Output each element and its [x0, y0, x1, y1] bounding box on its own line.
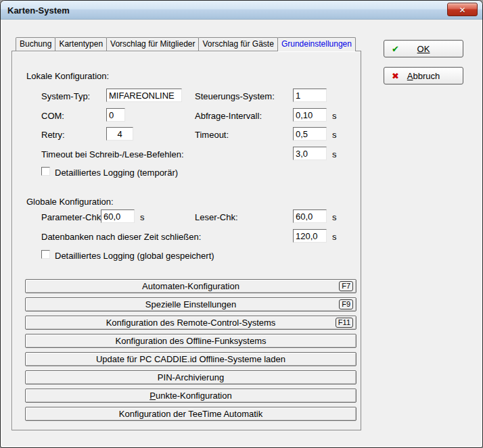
pin-archivierung-button[interactable]: PIN-Archivierung: [25, 370, 356, 384]
abfrage-intervall-unit: s: [332, 111, 337, 121]
tab-vorschlag-gaeste[interactable]: Vorschlag für Gäste: [198, 37, 277, 51]
logging-global-label: Detailliertes Logging (global gespeicher…: [55, 251, 214, 261]
window-title: Karten-System: [7, 5, 70, 16]
logging-temporaer-checkbox[interactable]: [41, 167, 50, 176]
close-icon: ✕: [459, 5, 465, 15]
ok-button[interactable]: ✔ OK: [384, 40, 463, 57]
leser-chk-label: Leser-Chk:: [195, 212, 238, 222]
spezielle-einstellungen-button[interactable]: Spezielle EinstellungenF9: [25, 297, 356, 312]
title-bar[interactable]: Karten-System ✕: [1, 1, 482, 20]
timeout-unit: s: [332, 130, 337, 140]
logging-temporaer-label: Detailliertes Logging (temporär): [55, 168, 178, 178]
tab-grundeinstellungen[interactable]: Grundeinstellungen: [277, 37, 356, 51]
button-label-underline: P: [150, 391, 156, 401]
tab-vorschlag-mitglieder[interactable]: Vorschlag für Mitglieder: [106, 37, 199, 51]
fkey-f9-badge: F9: [339, 299, 353, 309]
system-typ-label: System-Typ:: [41, 91, 90, 101]
section-heading-lokale-konfiguration: Lokale Konfiguration:: [26, 71, 109, 81]
fkey-f11-badge: F11: [336, 318, 353, 328]
button-label: Konfiguration der TeeTime Automatik: [119, 409, 262, 419]
timeout-schreib-lese-label: Timeout bei Schreib-/Lese-Befehlen:: [41, 149, 184, 159]
button-label: Update für PC CADDIE.id Offline-Systeme …: [96, 354, 285, 364]
tab-kartentypen[interactable]: Kartentypen: [55, 37, 107, 51]
timeout-input[interactable]: [293, 127, 327, 141]
punkte-konfiguration-button[interactable]: Punkte-Konfiguration: [25, 389, 356, 403]
abbruch-button[interactable]: ✖ Abbruch: [384, 67, 463, 84]
close-button[interactable]: ✕: [447, 3, 478, 16]
datenbanken-schliessen-input[interactable]: [293, 229, 327, 243]
fkey-f7-badge: F7: [339, 281, 353, 291]
steuerungs-system-input[interactable]: [293, 89, 327, 102]
com-label: COM:: [41, 111, 64, 121]
remote-control-konfiguration-button[interactable]: Konfiguration des Remote-Control-Systems…: [25, 316, 356, 330]
datenbanken-schliessen-unit: s: [332, 232, 337, 242]
parameter-chk-unit: s: [140, 212, 145, 222]
button-label: Spezielle Einstellungen: [145, 299, 236, 309]
tab-strip: Buchung Kartentypen Vorschlag für Mitgli…: [16, 37, 355, 51]
ok-button-label: OK: [384, 44, 463, 54]
timeout-schreib-lese-unit: s: [332, 149, 337, 159]
abbruch-button-label: Abbruch: [384, 71, 463, 81]
offline-funksystem-konfiguration-button[interactable]: Konfiguration des Offline-Funksystems: [25, 334, 356, 348]
section-heading-globale-konfiguration: Globale Konfiguration:: [26, 197, 114, 207]
timeout-label: Timeout:: [195, 130, 229, 140]
abfrage-intervall-label: Abfrage-Intervall:: [195, 111, 262, 121]
button-label: Konfiguration des Offline-Funksystems: [115, 336, 266, 346]
automaten-konfiguration-button[interactable]: Automaten-KonfigurationF7: [25, 279, 356, 293]
retry-input[interactable]: [106, 127, 133, 141]
abfrage-intervall-input[interactable]: [293, 108, 327, 122]
parameter-chk-label: Parameter-Chk: [41, 212, 101, 222]
datenbanken-schliessen-label: Datenbanken nach dieser Zeit schließen:: [41, 232, 201, 242]
logging-global-checkbox[interactable]: [41, 250, 50, 259]
timeout-schreib-lese-input[interactable]: [293, 147, 327, 160]
steuerungs-system-label: Steuerungs-System:: [195, 91, 275, 101]
system-typ-input[interactable]: [106, 89, 182, 102]
button-label: unkte-Konfiguration: [156, 391, 232, 401]
button-label: Automaten-Konfiguration: [142, 281, 239, 291]
button-label: PIN-Archivierung: [158, 372, 224, 382]
karten-system-dialog: Karten-System ✕ Buchung Kartentypen Vors…: [0, 0, 483, 448]
button-label: Konfiguration des Remote-Control-Systems: [106, 318, 276, 328]
retry-label: Retry:: [41, 130, 65, 140]
leser-chk-input[interactable]: [293, 209, 327, 223]
teetime-automatik-konfiguration-button[interactable]: Konfiguration der TeeTime Automatik: [25, 407, 356, 421]
offline-update-button[interactable]: Update für PC CADDIE.id Offline-Systeme …: [25, 352, 356, 366]
parameter-chk-input[interactable]: [101, 209, 135, 223]
tab-buchung[interactable]: Buchung: [16, 37, 55, 51]
com-input[interactable]: [106, 108, 125, 122]
leser-chk-unit: s: [332, 212, 337, 222]
